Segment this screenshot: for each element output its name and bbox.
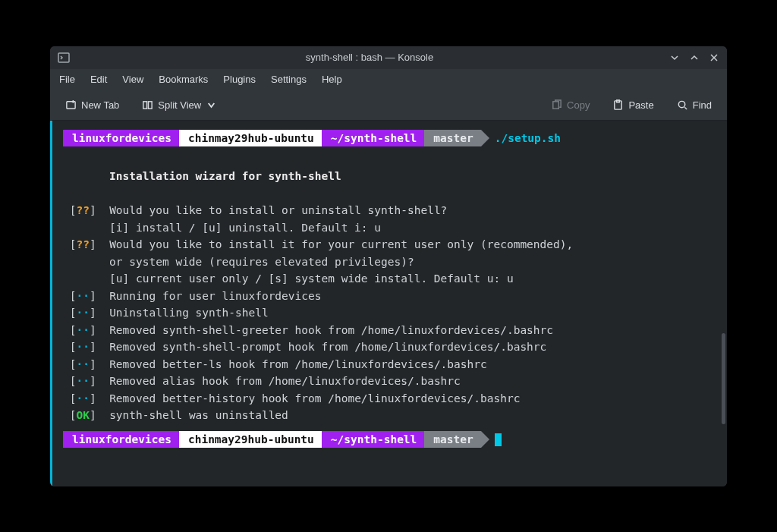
find-label: Find xyxy=(693,99,712,111)
prompt-host: chinmay29hub-ubuntu xyxy=(179,431,322,448)
prompt-host: chinmay29hub-ubuntu xyxy=(179,130,322,146)
minimize-icon[interactable] xyxy=(669,52,680,63)
svg-rect-2 xyxy=(143,101,147,108)
menubar: File Edit View Bookmarks Plugins Setting… xyxy=(50,69,727,90)
scrollbar[interactable] xyxy=(722,333,725,424)
command-text: ./setup.sh xyxy=(495,130,561,146)
maximize-icon[interactable] xyxy=(689,52,700,63)
window-title: synth-shell : bash — Konsole xyxy=(70,52,669,63)
terminal-pane[interactable]: linuxfordevices chinmay29hub-ubuntu ~/sy… xyxy=(50,121,727,486)
prompt-branch: master xyxy=(424,431,480,448)
prompt-path: ~/synth-shell xyxy=(322,130,425,146)
copy-label: Copy xyxy=(567,99,590,111)
svg-rect-3 xyxy=(149,101,153,108)
terminal-app-icon xyxy=(58,52,70,64)
prompt-line-1: linuxfordevices chinmay29hub-ubuntu ~/sy… xyxy=(63,130,716,146)
chevron-down-icon xyxy=(206,99,217,111)
search-icon xyxy=(677,99,688,111)
menu-plugins[interactable]: Plugins xyxy=(223,74,256,85)
copy-icon xyxy=(551,99,562,111)
split-view-label: Split View xyxy=(158,99,201,111)
split-view-icon xyxy=(142,99,153,111)
menu-help[interactable]: Help xyxy=(322,74,342,85)
prompt-path: ~/synth-shell xyxy=(322,431,425,448)
menu-view[interactable]: View xyxy=(122,74,143,85)
titlebar[interactable]: synth-shell : bash — Konsole xyxy=(50,46,727,69)
find-button[interactable]: Find xyxy=(671,96,718,114)
split-view-button[interactable]: Split View xyxy=(136,96,223,114)
copy-button[interactable]: Copy xyxy=(545,96,596,114)
svg-rect-0 xyxy=(58,53,69,62)
svg-rect-4 xyxy=(553,101,559,108)
new-tab-label: New Tab xyxy=(81,99,119,111)
konsole-window: synth-shell : bash — Konsole File Edit V… xyxy=(50,46,727,486)
menu-file[interactable]: File xyxy=(59,74,75,85)
new-tab-button[interactable]: New Tab xyxy=(59,96,125,114)
toolbar: New Tab Split View Copy Paste Find xyxy=(50,90,727,121)
prompt-line-2: linuxfordevices chinmay29hub-ubuntu ~/sy… xyxy=(63,431,716,448)
prompt-user: linuxfordevices xyxy=(63,130,179,146)
menu-settings[interactable]: Settings xyxy=(271,74,307,85)
terminal-output: Installation wizard for synth-shell [??]… xyxy=(63,151,716,424)
paste-label: Paste xyxy=(628,99,653,111)
svg-rect-1 xyxy=(67,101,75,108)
prompt-branch: master xyxy=(424,130,480,146)
prompt-user: linuxfordevices xyxy=(63,431,179,448)
menu-edit[interactable]: Edit xyxy=(90,74,107,85)
close-icon[interactable] xyxy=(709,52,719,63)
paste-icon xyxy=(612,99,624,111)
paste-button[interactable]: Paste xyxy=(606,96,659,114)
terminal-cursor xyxy=(495,433,502,446)
svg-point-7 xyxy=(678,101,684,107)
menu-bookmarks[interactable]: Bookmarks xyxy=(159,74,208,85)
new-tab-icon xyxy=(65,99,77,111)
